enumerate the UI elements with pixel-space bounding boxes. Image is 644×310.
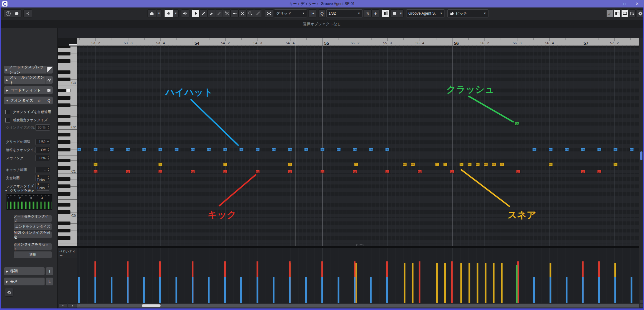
minimize-button[interactable]: — bbox=[606, 0, 618, 7]
velocity-bar-hihat[interactable] bbox=[175, 277, 177, 303]
panel-header-collapsed[interactable]: ▶コードエディット bbox=[4, 86, 53, 94]
field-stepper[interactable]: 0 Ticks▲▼ bbox=[35, 175, 50, 181]
velocity-bar-snare[interactable] bbox=[501, 263, 503, 303]
field-stepper[interactable]: 60 %▲▼ bbox=[35, 124, 50, 131]
scroll-left-arrow-icon[interactable]: ‹ bbox=[79, 303, 80, 307]
tool-zoom[interactable] bbox=[246, 9, 254, 17]
panel-header-collapsed[interactable]: ▶スケールアシスタント bbox=[4, 76, 53, 84]
field-dropdown[interactable]: 1/32▼ bbox=[35, 139, 50, 145]
lower-zone-toggle[interactable] bbox=[621, 9, 628, 17]
sidebar-button[interactable]: MIDI クオンタイズを固定 bbox=[13, 231, 52, 238]
Q-icon[interactable]: Q bbox=[45, 97, 53, 104]
retrospective-record-button[interactable] bbox=[23, 9, 32, 17]
snap-on-off-button[interactable] bbox=[265, 9, 273, 17]
tool-mute[interactable] bbox=[238, 9, 246, 17]
sidebar-setup-button[interactable] bbox=[5, 288, 13, 297]
piano-key-black-G#[interactable] bbox=[58, 52, 70, 55]
velocity-lane-label-box[interactable]: ベロシティー bbox=[58, 248, 78, 258]
velocity-bar-hihat[interactable] bbox=[370, 277, 372, 303]
soft-quantize-button[interactable]: e bbox=[372, 9, 379, 17]
record-button[interactable] bbox=[12, 10, 21, 17]
field-stepper[interactable]: -▲▼ bbox=[35, 167, 50, 173]
lines-icon[interactable] bbox=[45, 86, 53, 94]
piano-key-black-F#[interactable] bbox=[58, 192, 70, 196]
sidebar-button[interactable]: ノート長をクオンタイズ bbox=[13, 215, 52, 222]
sidebar-button[interactable]: 適用 bbox=[13, 251, 52, 258]
velocity-bar-hihat[interactable] bbox=[94, 277, 96, 303]
iterative-quantize-button[interactable]: ％ bbox=[364, 9, 372, 17]
velocity-bar-hihat[interactable] bbox=[338, 277, 339, 303]
velocity-bar-hihat[interactable] bbox=[305, 277, 307, 303]
panel-header-expanded[interactable]: ▼クオンタイズ◇Q bbox=[4, 97, 53, 104]
panel-badge[interactable]: L bbox=[46, 278, 53, 285]
piano-key-black-F#[interactable] bbox=[58, 59, 70, 63]
piano-key-black-F#[interactable] bbox=[58, 236, 70, 240]
tool-object-selection[interactable] bbox=[192, 9, 199, 17]
velocity-bar-snare[interactable] bbox=[477, 263, 478, 303]
velocity-bar-hihat[interactable] bbox=[289, 277, 291, 303]
velocity-bar-hihat[interactable] bbox=[111, 277, 113, 303]
velocity-bar-hihat[interactable] bbox=[321, 277, 323, 303]
stepper-arrows-icon[interactable]: ▲▼ bbox=[47, 184, 49, 188]
velocity-bar-hihat[interactable] bbox=[240, 277, 242, 303]
piano-key-black-C#[interactable] bbox=[58, 122, 70, 126]
piano-key-black-D#[interactable] bbox=[58, 115, 70, 118]
solo-button[interactable]: S bbox=[4, 10, 12, 17]
piano-key-black-A#[interactable] bbox=[58, 222, 70, 225]
piano-key-black-F#[interactable] bbox=[58, 148, 70, 151]
velocity-bar-hihat[interactable] bbox=[533, 277, 535, 303]
field-stepper[interactable]: 0 %▲▼ bbox=[35, 155, 50, 161]
horizontal-scrollbar[interactable]: ‹ bbox=[77, 304, 639, 308]
checkbox-unchecked[interactable] bbox=[5, 118, 10, 122]
audition-button[interactable] bbox=[181, 9, 189, 17]
piano-key-black-D#[interactable] bbox=[58, 203, 70, 207]
velocity-bar-hihat[interactable] bbox=[631, 277, 632, 303]
piano-key-black-A#[interactable] bbox=[58, 133, 70, 137]
piano-key-black-A#[interactable] bbox=[58, 46, 70, 48]
grid-match-button[interactable]: -|+ bbox=[308, 9, 316, 17]
part-editing-mode-button[interactable] bbox=[382, 9, 390, 17]
lane-menu-button[interactable]: ▼ bbox=[68, 303, 77, 308]
autoscroll-button[interactable] bbox=[164, 9, 173, 17]
pitch-display-dropdown[interactable]: ピッチ▼ bbox=[447, 9, 488, 17]
velocity-bar-snare[interactable] bbox=[404, 263, 406, 303]
velocity-bar-crash[interactable] bbox=[516, 265, 518, 303]
velocity-bar-snare[interactable] bbox=[493, 263, 495, 303]
maximize-button[interactable]: □ bbox=[618, 0, 631, 7]
piano-key-black-C#[interactable] bbox=[58, 210, 70, 214]
velocity-bar-hihat[interactable] bbox=[598, 277, 600, 303]
vertical-scrollbar[interactable] bbox=[639, 38, 643, 308]
tool-glue[interactable] bbox=[231, 9, 238, 17]
velocity-bar-snare[interactable] bbox=[485, 263, 487, 303]
zigzag-icon[interactable] bbox=[46, 76, 53, 84]
acoustic-feedback-button[interactable] bbox=[147, 9, 156, 17]
horizontal-scroll-thumb[interactable] bbox=[142, 304, 161, 307]
left-zone-toggle[interactable] bbox=[614, 9, 621, 17]
velocity-bar-snare[interactable] bbox=[469, 263, 470, 303]
piano-key-black-D#[interactable] bbox=[58, 159, 70, 163]
velocity-bar-hihat[interactable] bbox=[273, 277, 275, 303]
stepper-arrows-icon[interactable]: ▲▼ bbox=[47, 176, 49, 180]
track-selector-dropdown[interactable]: Groove Agent S.▼ bbox=[406, 9, 445, 17]
velocity-bar-hihat[interactable] bbox=[143, 277, 145, 303]
grid-type-dropdown[interactable]: グリッド▼ bbox=[274, 9, 307, 17]
quantize-preset-dropdown[interactable]: 1/32▼ bbox=[326, 9, 363, 17]
piano-key-black-A#[interactable] bbox=[58, 89, 70, 93]
velocity-bar-hihat[interactable] bbox=[354, 277, 356, 303]
stepper-arrows-icon[interactable]: ▲▼ bbox=[47, 148, 49, 152]
velocity-bar-hihat[interactable] bbox=[386, 277, 388, 303]
velocity-bar-snare[interactable] bbox=[460, 263, 462, 303]
note-grid[interactable]: 53 . 253 . 353 . 45454 . 254 . 354 . 455… bbox=[77, 38, 639, 246]
chevron-down-icon[interactable]: ▼ bbox=[47, 140, 49, 143]
sidebar-button[interactable]: クオンタイズをリセット bbox=[13, 243, 52, 250]
velocity-bar-hihat[interactable] bbox=[582, 277, 584, 303]
piano-keyboard[interactable]: C3C2C1C0 bbox=[58, 46, 78, 246]
velocity-lane[interactable] bbox=[77, 248, 639, 303]
vertical-scroll-thumb[interactable] bbox=[640, 151, 642, 160]
zoom-button[interactable] bbox=[640, 300, 643, 303]
velocity-bar-snare[interactable] bbox=[444, 263, 446, 303]
piano-key-black-D#[interactable] bbox=[58, 70, 70, 74]
velocity-bar-hihat[interactable] bbox=[78, 277, 80, 303]
autoscroll-options-dropdown[interactable]: ▼ bbox=[173, 9, 179, 17]
split-icon[interactable] bbox=[46, 66, 53, 74]
